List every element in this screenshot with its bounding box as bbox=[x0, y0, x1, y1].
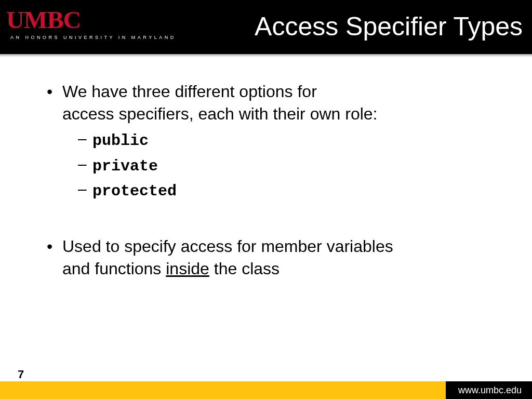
logo-block: UMBC AN HONORS UNIVERSITY IN MARYLAND bbox=[10, 6, 176, 40]
code-protected: protected bbox=[92, 182, 177, 200]
slide: UMBC AN HONORS UNIVERSITY IN MARYLAND Ac… bbox=[0, 0, 532, 399]
slide-title: Access Specifier Types bbox=[255, 11, 523, 42]
spacer bbox=[47, 206, 501, 235]
content-area: We have three different options for acce… bbox=[47, 81, 501, 284]
logo-text: UMBC bbox=[6, 6, 180, 34]
bullet-2-text-line2a: and functions bbox=[62, 259, 166, 278]
header-bar: UMBC AN HONORS UNIVERSITY IN MARYLAND Ac… bbox=[0, 0, 532, 54]
footer-url: www.umbc.edu bbox=[446, 381, 532, 399]
bullet-2-underlined: inside bbox=[166, 259, 209, 278]
bullet-list-2: Used to specify access for member variab… bbox=[47, 235, 501, 280]
bullet-2: Used to specify access for member variab… bbox=[47, 235, 501, 280]
logo-tagline: AN HONORS UNIVERSITY IN MARYLAND bbox=[10, 35, 176, 40]
header-shadow bbox=[0, 54, 532, 57]
code-private: private bbox=[92, 157, 158, 175]
sub-bullet-list: public private protected bbox=[78, 128, 501, 202]
sub-bullet-protected: protected bbox=[78, 179, 501, 202]
sub-bullet-private: private bbox=[78, 154, 501, 177]
bullet-1-text-line1: We have three different options for bbox=[62, 82, 317, 101]
code-public: public bbox=[92, 132, 149, 150]
bullet-1: We have three different options for acce… bbox=[47, 81, 501, 202]
bullet-2-text-line1: Used to specify access for member variab… bbox=[62, 237, 393, 256]
bullet-list: We have three different options for acce… bbox=[47, 81, 501, 202]
sub-bullet-public: public bbox=[78, 128, 501, 152]
bullet-1-text-line2: access specifiers, each with their own r… bbox=[62, 104, 377, 123]
page-number: 7 bbox=[18, 368, 24, 381]
bullet-2-text-line2b: the class bbox=[209, 259, 280, 278]
